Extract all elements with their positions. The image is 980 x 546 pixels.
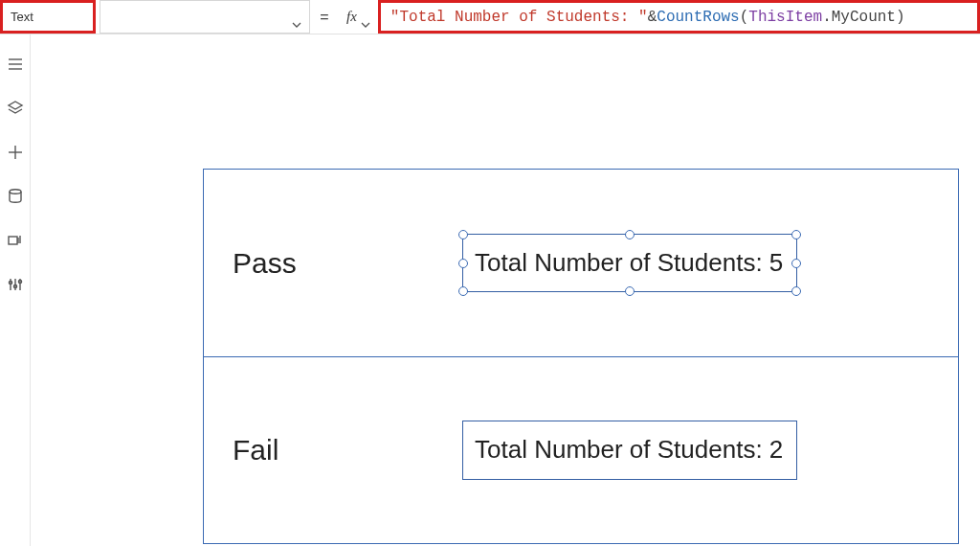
count-label-selected[interactable]: Total Number of Students: 5: [462, 234, 797, 292]
formula-bar-row: Text = fx "Total Number of Students: " &…: [0, 0, 980, 34]
property-dropdown[interactable]: [100, 0, 310, 34]
svg-rect-7: [9, 237, 17, 244]
equals-label: =: [310, 0, 339, 34]
fx-label: fx: [346, 9, 357, 25]
resize-handle-icon[interactable]: [791, 259, 801, 268]
resize-handle-icon[interactable]: [791, 286, 801, 296]
formula-token-close: ): [896, 9, 905, 26]
property-label: Text: [11, 10, 33, 24]
tree-view-icon[interactable]: [7, 56, 24, 73]
settings-icon[interactable]: [7, 276, 24, 293]
resize-handle-icon[interactable]: [625, 286, 635, 296]
formula-token-concat: &: [648, 9, 657, 26]
gallery-row[interactable]: Fail Total Number of Students: 2: [204, 356, 958, 543]
count-label[interactable]: Total Number of Students: 2: [462, 421, 797, 479]
insert-icon[interactable]: [7, 144, 24, 161]
formula-token-obj: ThisItem: [748, 9, 822, 26]
resize-handle-icon[interactable]: [458, 286, 468, 296]
layers-icon[interactable]: [7, 100, 24, 117]
fx-button[interactable]: fx: [339, 0, 378, 34]
count-text: Total Number of Students: 2: [475, 435, 783, 464]
gallery-control[interactable]: Pass Total Number of Students: 5 Fail To…: [203, 169, 959, 544]
resize-handle-icon[interactable]: [458, 230, 468, 239]
left-rail: [0, 34, 31, 546]
resize-handle-icon[interactable]: [791, 230, 801, 239]
formula-token-member: .MyCount: [822, 9, 896, 26]
formula-input[interactable]: "Total Number of Students: " & CountRows…: [378, 0, 980, 34]
media-icon[interactable]: [7, 232, 24, 249]
formula-token-open: (: [740, 9, 749, 26]
chevron-down-icon: [292, 14, 301, 20]
canvas[interactable]: Pass Total Number of Students: 5 Fail To…: [31, 34, 980, 546]
data-icon[interactable]: [7, 188, 24, 205]
formula-token-string: "Total Number of Students: ": [390, 9, 648, 26]
formula-token-func: CountRows: [657, 9, 739, 26]
status-label[interactable]: Fail: [233, 434, 424, 466]
property-selector[interactable]: Text: [0, 0, 96, 34]
count-text: Total Number of Students: 5: [475, 248, 783, 277]
svg-point-6: [10, 190, 21, 193]
resize-handle-icon[interactable]: [458, 259, 468, 268]
status-label[interactable]: Pass: [233, 247, 424, 280]
svg-marker-3: [9, 102, 22, 109]
resize-handle-icon[interactable]: [625, 230, 635, 239]
chevron-down-icon: [361, 14, 370, 20]
gallery-row[interactable]: Pass Total Number of Students: 5: [204, 170, 958, 356]
